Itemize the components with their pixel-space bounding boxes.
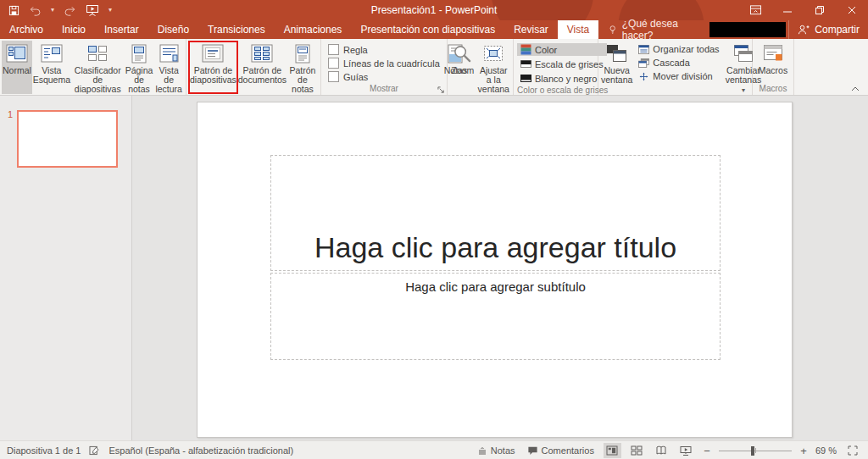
window-options-column: Organizar todas Cascada Mover división: [633, 41, 724, 95]
color-option-button[interactable]: Color: [517, 43, 607, 56]
gridlines-checkbox[interactable]: Líneas de la cuadrícula: [328, 58, 440, 69]
macros-button[interactable]: Macros: [754, 41, 792, 83]
customize-qat-icon[interactable]: ▾: [108, 7, 112, 14]
cascade-button[interactable]: Cascada: [635, 57, 722, 69]
redo-button[interactable]: [64, 4, 76, 16]
minimize-icon: [782, 5, 793, 15]
notes-master-button[interactable]: Patrón de notas: [287, 41, 319, 94]
tab-revisar[interactable]: Revisar: [504, 20, 558, 39]
show-dialog-launcher[interactable]: [437, 86, 445, 94]
slide-master-button[interactable]: Patrón de diapositivas: [188, 41, 238, 94]
share-person-icon: [798, 24, 810, 36]
grayscale-icon: [520, 58, 531, 69]
status-slideshow-button[interactable]: [677, 443, 695, 458]
comments-button[interactable]: Comentarios: [525, 445, 597, 456]
move-split-button[interactable]: Mover división: [635, 70, 722, 82]
slide-counter[interactable]: Diapositiva 1 de 1: [7, 445, 81, 456]
zoom-button[interactable]: Zoom: [449, 41, 476, 94]
title-placeholder-text: Haga clic para agregar título: [314, 231, 676, 270]
normal-view-button[interactable]: Normal: [2, 41, 32, 94]
ruler-checkbox-box: [328, 44, 339, 55]
black-white-icon: [520, 73, 531, 84]
collapse-ribbon-button[interactable]: [851, 86, 860, 91]
handout-master-label: Patrón de documentos: [238, 66, 287, 85]
status-slide-sorter-icon: [631, 445, 643, 456]
black-white-option-button[interactable]: Blanco y negro: [517, 72, 607, 85]
color-option-label: Color: [535, 45, 557, 55]
zoom-slider[interactable]: [719, 445, 792, 456]
group-label-macros: Macros: [753, 83, 793, 95]
slide-sorter-button[interactable]: Clasificador de diapositivas: [71, 41, 125, 94]
handout-master-button[interactable]: Patrón de documentos: [238, 41, 287, 94]
guides-checkbox[interactable]: Guías: [328, 71, 440, 82]
notes-toggle-button[interactable]: Notas: [475, 445, 518, 456]
grayscale-option-button[interactable]: Escala de grises: [517, 58, 607, 70]
status-right: Notas Comentarios −: [475, 443, 868, 458]
zoom-out-button[interactable]: −: [702, 445, 712, 457]
reading-view-button[interactable]: Vista de lectura: [153, 41, 184, 94]
title-placeholder[interactable]: Haga clic para agregar título: [270, 155, 721, 271]
share-label: Compartir: [815, 24, 860, 36]
group-vistas-presentacion: Normal Vista Esquema Clasificador de dia…: [0, 39, 186, 95]
move-split-label: Mover división: [653, 71, 712, 81]
ruler-checkbox[interactable]: Regla: [328, 44, 440, 55]
tab-insertar[interactable]: Insertar: [95, 20, 148, 39]
slide-editing-area[interactable]: Haga clic para agregar título Haga clic …: [197, 102, 793, 438]
move-split-icon: [638, 72, 649, 81]
group-color-escala: Color Escala de grises Blanco y negro Co…: [514, 39, 598, 95]
macros-icon: [763, 44, 784, 63]
quick-access-toolbar: ▾ ▾: [0, 4, 112, 17]
slide-thumbnail[interactable]: [17, 110, 118, 168]
notes-master-icon: [295, 44, 310, 64]
restore-icon: [815, 5, 825, 15]
save-button[interactable]: [8, 5, 19, 16]
group-vistas-patron: Patrón de diapositivas Patrón de documen…: [186, 39, 321, 95]
tab-archivo[interactable]: Archivo: [0, 20, 53, 39]
tab-vista[interactable]: Vista: [558, 20, 598, 39]
gridlines-checkbox-box: [328, 58, 339, 69]
arrange-all-button[interactable]: Organizar todas: [635, 43, 722, 55]
zoom-slider-thumb[interactable]: [751, 446, 754, 456]
outline-view-button[interactable]: Vista Esquema: [32, 41, 71, 94]
zoom-level[interactable]: 69 %: [815, 445, 837, 456]
ribbon: Normal Vista Esquema Clasificador de dia…: [0, 39, 868, 96]
notes-toggle-icon: [477, 446, 487, 456]
tab-diseno[interactable]: Diseño: [148, 20, 198, 39]
reading-view-label: Vista de lectura: [154, 66, 183, 94]
collapse-ribbon-icon: [851, 86, 860, 91]
editing-canvas: Haga clic para agregar título Haga clic …: [132, 96, 868, 440]
tell-me-box[interactable]: ¿Qué desea hacer?: [598, 20, 709, 39]
status-slide-sorter-button[interactable]: [628, 443, 646, 458]
slide-thumbnail-panel[interactable]: 1: [0, 96, 132, 440]
undo-icon: [29, 4, 42, 16]
cascade-icon: [638, 58, 649, 68]
zoom-slider-midpoint: [755, 448, 756, 453]
new-window-button[interactable]: Nueva ventana: [600, 41, 633, 95]
fit-to-window-button[interactable]: Ajustar a la ventana: [476, 41, 511, 94]
notes-page-button[interactable]: Página de notas: [125, 41, 154, 94]
save-icon: [8, 5, 19, 16]
share-button[interactable]: Compartir: [788, 20, 868, 39]
fit-slide-to-window-button[interactable]: [843, 443, 861, 458]
language-status[interactable]: Español (España - alfabetización tradici…: [108, 445, 293, 456]
proofing-status-icon[interactable]: [89, 445, 100, 456]
close-button[interactable]: [836, 0, 868, 20]
undo-dropdown-icon[interactable]: ▾: [51, 7, 54, 14]
status-reading-view-button[interactable]: [653, 443, 670, 458]
tab-inicio[interactable]: Inicio: [53, 20, 95, 39]
undo-button[interactable]: [29, 4, 42, 16]
start-slideshow-button[interactable]: [86, 4, 99, 17]
restore-button[interactable]: [804, 0, 836, 20]
close-icon: [847, 5, 857, 15]
status-normal-view-button[interactable]: [604, 443, 621, 458]
slide-sorter-label: Clasificador de diapositivas: [72, 66, 124, 94]
tab-presentacion-con-diapositivas[interactable]: Presentación con diapositivas: [351, 20, 504, 39]
tab-animaciones[interactable]: Animaciones: [275, 20, 352, 39]
subtitle-placeholder[interactable]: Haga clic para agregar subtítulo: [270, 273, 721, 360]
ribbon-display-options-button[interactable]: [739, 0, 771, 20]
tab-transiciones[interactable]: Transiciones: [198, 20, 275, 39]
zoom-in-button[interactable]: +: [798, 445, 809, 457]
notes-page-icon: [131, 44, 147, 64]
outline-view-label: Vista Esquema: [33, 66, 70, 85]
minimize-button[interactable]: [771, 0, 804, 20]
